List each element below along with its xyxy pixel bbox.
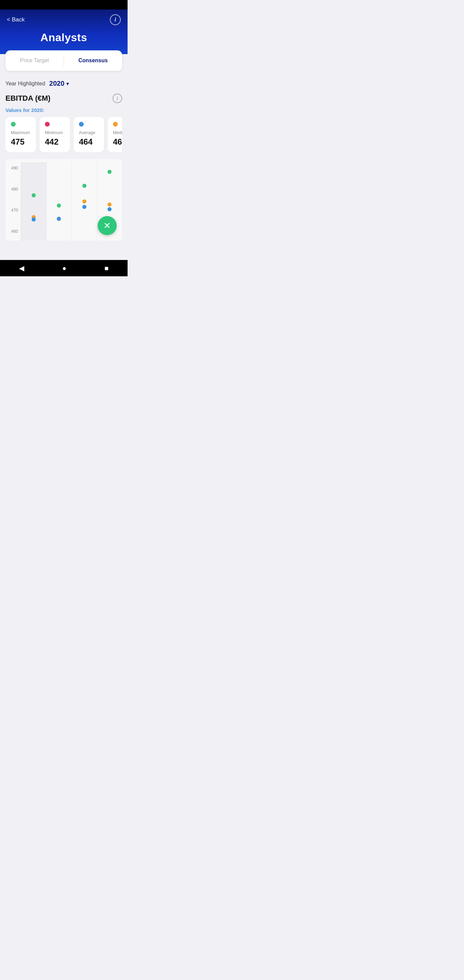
- header: < Back i Analysts: [0, 10, 127, 54]
- main-content: Year Highlighted 2020 ▾ EBITDA (€M) i Va…: [0, 74, 127, 260]
- tab-container: Price Target Consensus: [0, 54, 127, 74]
- chart-dot: [32, 193, 36, 197]
- year-selector[interactable]: 2020 ▾: [49, 80, 69, 88]
- stat-dot-minimum: [45, 122, 50, 127]
- year-row: Year Highlighted 2020 ▾: [5, 80, 122, 88]
- year-value: 2020: [49, 80, 65, 88]
- year-highlighted-label: Year Highlighted: [5, 81, 45, 87]
- chart-y-label: 460: [8, 229, 18, 234]
- stat-value-medium: 465: [113, 137, 122, 147]
- stat-card-maximum: Maximum475: [5, 117, 36, 152]
- chart-y-label: 480: [8, 187, 18, 192]
- stat-value-average: 464: [79, 137, 99, 147]
- page-title: Analysts: [7, 31, 121, 44]
- stat-dot-average: [79, 122, 84, 127]
- stat-card-minimum: Minimum442: [40, 117, 70, 152]
- chart-dot: [57, 204, 61, 208]
- chart-dot: [82, 205, 86, 209]
- stat-value-maximum: 475: [11, 137, 30, 147]
- stat-name-average: Average: [79, 130, 99, 135]
- stat-card-medium: Medium465: [108, 117, 122, 152]
- chart-area: 490480470460 ✕: [5, 159, 122, 240]
- header-nav: < Back i: [7, 14, 121, 25]
- chevron-down-icon: ▾: [66, 81, 69, 86]
- status-bar: [0, 0, 127, 10]
- values-label: Values for 2020:: [5, 107, 122, 113]
- chart-dot: [108, 170, 111, 174]
- stat-dot-medium: [113, 122, 118, 127]
- chart-col-col2: [46, 162, 72, 240]
- chart-col-col1: [21, 162, 46, 240]
- stat-value-minimum: 442: [45, 137, 65, 147]
- chart-dot: [57, 217, 61, 221]
- bottom-nav: ◀ ● ■: [0, 260, 127, 276]
- chart-col-col3: [72, 162, 97, 240]
- nav-back-button[interactable]: ◀: [19, 264, 24, 272]
- chart-y-label: 490: [8, 166, 18, 170]
- nav-square-button[interactable]: ■: [105, 264, 108, 272]
- back-button[interactable]: < Back: [7, 16, 24, 23]
- chart-y-label: 470: [8, 208, 18, 213]
- tab-switcher: Price Target Consensus: [5, 50, 122, 71]
- stat-dot-maximum: [11, 122, 16, 127]
- chart-dot: [108, 202, 111, 207]
- info-icon-header[interactable]: i: [110, 14, 121, 25]
- chart-dot: [108, 207, 111, 211]
- stat-card-average: Average464: [73, 117, 104, 152]
- ebitda-info-icon[interactable]: i: [113, 94, 122, 103]
- close-fab-button[interactable]: ✕: [98, 216, 117, 235]
- stat-cards: Maximum475Minimum442Average464Medium465: [5, 117, 122, 152]
- stat-name-minimum: Minimum: [45, 130, 65, 135]
- chart-dot: [82, 199, 86, 204]
- tab-price-target[interactable]: Price Target: [5, 57, 64, 64]
- chart-dot: [32, 218, 36, 221]
- chart-dot: [82, 184, 86, 188]
- ebitda-title: EBITDA (€M): [5, 94, 50, 103]
- stat-name-maximum: Maximum: [11, 130, 30, 135]
- stat-name-medium: Medium: [113, 130, 122, 135]
- ebitda-section-header: EBITDA (€M) i: [5, 94, 122, 103]
- tab-consensus[interactable]: Consensus: [64, 57, 122, 64]
- chart-y-labels: 490480470460: [5, 162, 21, 240]
- nav-home-button[interactable]: ●: [62, 264, 66, 272]
